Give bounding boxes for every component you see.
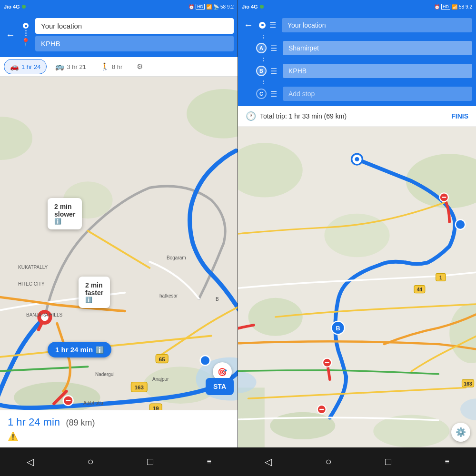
more-icon: ⚙ (137, 62, 143, 71)
nav-back-right[interactable]: ◁ (261, 452, 276, 471)
tab-car[interactable]: 🚗 1 hr 24 (4, 59, 47, 74)
route-time: 1 hr 24 min (8, 416, 60, 428)
wifi-icon-right: 📶 (452, 4, 457, 10)
status-bar-left: Jio 4G ⏰ HD 📶 📡 58 9:2 (0, 0, 238, 13)
popup-slower: 2 minslower ℹ️ (48, 198, 82, 229)
signal-icon-left: 📡 (213, 4, 219, 10)
total-trip-bar: 🕐 Total trip: 1 hr 33 min (69 km) FINIS (238, 106, 476, 127)
stop-a-row: A ☰ Shamirpet (238, 40, 476, 57)
nav-recent-left[interactable]: □ (143, 452, 157, 472)
connector-dots-c (238, 80, 476, 84)
popup-slower-info: ℹ️ (54, 218, 75, 225)
route-summary: 1 hr 24 min (89 km) (8, 416, 230, 428)
svg-rect-28 (238, 387, 265, 447)
svg-point-49 (456, 219, 466, 229)
tab-walk-label: 8 hr (112, 63, 122, 70)
signal-dot-left (22, 5, 26, 9)
label-hatkesar: hatkesar (159, 293, 178, 298)
start-button-left[interactable]: STA (206, 378, 234, 395)
nav-bars: ◁ ○ □ ≡ ◁ ○ □ ≡ (0, 447, 476, 476)
left-screen: Jio 4G ⏰ HD 📶 📡 58 9:2 ← (0, 0, 238, 447)
label-adibhatla: Adibhatla (83, 400, 103, 406)
status-bar-right: Jio 4G ⏰ HD 📶 58 9:2 (238, 0, 476, 13)
settings-fab-right[interactable]: ⚙️ (451, 423, 470, 442)
connector-dots-b (238, 58, 476, 61)
tab-bus-label: 3 hr 21 (67, 63, 86, 70)
hd-badge-right: HD (441, 4, 450, 10)
svg-text:B: B (336, 325, 340, 332)
car-icon: 🚗 (10, 62, 19, 71)
source-dot-icon (23, 23, 29, 29)
svg-text:1: 1 (439, 275, 442, 280)
finish-button[interactable]: FINIS (451, 112, 468, 120)
dest-pin-icon: 📍 (21, 38, 30, 47)
stop-a-label: A (256, 43, 267, 53)
tab-car-label: 1 hr 24 (21, 63, 40, 70)
location-icon-left: 🎯 (218, 367, 227, 377)
nav-menu-right[interactable]: ≡ (441, 454, 453, 470)
carrier-right: Jio 4G (242, 4, 264, 10)
status-right-left: ⏰ HD 📶 📡 58 9:2 (188, 4, 234, 10)
add-stop-input[interactable]: Add stop (283, 87, 472, 101)
bottom-panel-left: 1 hr 24 min (89 km) ⚠️ (0, 410, 238, 447)
map-right: 44 1 163 65 B (238, 127, 476, 447)
svg-point-30 (270, 412, 335, 439)
svg-text:44: 44 (417, 287, 423, 292)
carrier-text-right: Jio 4G (242, 4, 258, 10)
label-b: B (216, 297, 219, 302)
svg-text:163: 163 (135, 384, 144, 390)
label-anajpur: Anajpur (152, 377, 169, 382)
nav-bar-left: ◁ ○ □ ≡ (0, 447, 238, 476)
battery-left: 58 (220, 4, 226, 10)
duration-badge[interactable]: 1 hr 24 min ℹ️ (48, 342, 111, 357)
map-svg-right: 44 1 163 65 B (238, 127, 476, 447)
alarm-icon-left: ⏰ (188, 4, 194, 10)
stop-b-row: B ☰ KPHB (238, 62, 476, 79)
bus-icon: 🚌 (55, 62, 64, 71)
battery-right: 58 (459, 4, 464, 10)
label-hitec: HITEC CITY (18, 281, 45, 287)
back-button-left[interactable]: ← (4, 28, 17, 42)
popup-faster-info: ℹ️ (85, 297, 103, 303)
nav-recent-right[interactable]: □ (381, 452, 395, 472)
duration-badge-text: 1 hr 24 min (55, 346, 93, 354)
time-right: 9:2 (466, 4, 472, 10)
right-screen: Jio 4G ⏰ HD 📶 58 9:2 ← ☰ Your location (238, 0, 476, 447)
svg-text:163: 163 (464, 381, 472, 387)
nav-back-left[interactable]: ◁ (23, 452, 38, 471)
back-button-right[interactable]: ← (242, 18, 255, 32)
alarm-icon-right: ⏰ (434, 4, 440, 10)
settings-icon-right: ⚙️ (456, 427, 466, 437)
clock-icon: 🕐 (246, 111, 256, 121)
warning-icon: ⚠️ (8, 431, 230, 442)
map-svg-left: 163 19 4 65 (0, 77, 238, 410)
time-left: 9:2 (227, 4, 234, 10)
popup-slower-text: 2 minslower (54, 203, 75, 218)
drag-handle-a: ☰ (270, 44, 277, 53)
transport-tabs-left: 🚗 1 hr 24 🚌 3 hr 21 🚶 8 hr ⚙ (0, 57, 238, 77)
nav-home-right[interactable]: ○ (321, 452, 335, 472)
connector-dots-right (238, 35, 476, 39)
svg-point-21 (200, 356, 210, 366)
carrier-left: Jio 4G (4, 4, 26, 10)
tab-walk[interactable]: 🚶 8 hr (95, 60, 128, 74)
stop-a-input[interactable]: Shamirpet (283, 41, 472, 55)
tab-more[interactable]: ⚙ (131, 60, 149, 74)
carrier-text-left: Jio 4G (4, 4, 20, 10)
source-input-left[interactable]: Your location (35, 18, 234, 34)
label-nadergul: Nadergul (95, 372, 115, 377)
map-left: 163 19 4 65 KUKATPALLY HITEC CITY BANJAR… (0, 77, 238, 410)
source-input-right[interactable]: Your location (282, 18, 472, 32)
nav-home-left[interactable]: ○ (83, 452, 97, 472)
popup-faster-text: 2 minfaster (85, 281, 103, 297)
status-right-right: ⏰ HD 📶 58 9:2 (434, 4, 472, 10)
stop-b-input[interactable]: KPHB (283, 64, 472, 78)
tab-bus[interactable]: 🚌 3 hr 21 (50, 60, 91, 74)
header-right: ← ☰ Your location A ☰ Shamirpet (238, 13, 476, 106)
nav-menu-left[interactable]: ≡ (203, 454, 215, 470)
svg-text:19: 19 (153, 405, 159, 410)
add-stop-row: C ☰ Add stop (238, 85, 476, 102)
dest-input-left[interactable]: KPHB (35, 36, 234, 51)
total-trip-text: Total trip: 1 hr 33 min (69 km) (260, 112, 347, 120)
header-left: ← 📍 Your location KPHB (0, 13, 238, 57)
